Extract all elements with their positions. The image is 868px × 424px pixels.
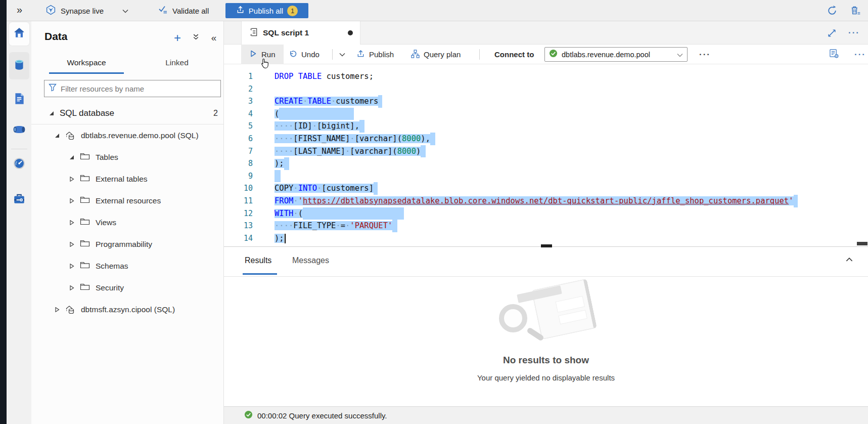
code-line-11[interactable]: 11FROM·'https://dbtlabsynapsedatalake.bl… [224,195,868,207]
connect-to-dropdown[interactable]: dbtlabs.revenue.demo.pool [544,47,688,62]
plus-icon: + [174,33,181,43]
toolbar-right-more-icon[interactable]: ··· [854,45,866,64]
double-chevron-down-icon [192,33,200,43]
synapse-studio-window: » Synapse live Validate all Publish all … [0,0,868,424]
validate-check-icon [158,5,168,17]
validate-all-button[interactable]: Validate all [158,0,209,21]
monitor-nav-button[interactable] [9,153,29,176]
refresh-icon[interactable] [827,5,838,16]
tree-item-dbtlabs-revenue-demo-pool-sql[interactable]: dbtlabs.revenue.demo.pool (SQL) [31,124,224,146]
integrate-nav-button[interactable] [9,119,29,142]
synapse-live-selector[interactable]: Synapse live [45,0,128,21]
line-number: 12 [224,207,253,220]
collapse-panel-button[interactable]: « [208,32,219,44]
panel-splitter-handle[interactable] [541,244,552,247]
code-line-4[interactable]: 4( [224,108,868,120]
run-options-chevron[interactable] [339,45,345,64]
code-line-6[interactable]: 6····[FIRST_NAME]·[varchar](8000), [224,133,868,145]
filter-resources-input[interactable] [61,84,216,93]
gauge-icon [13,157,26,172]
tree-item-sql-database[interactable]: SQL database2 [31,103,224,124]
editor-area: SQL script 1 ··· Run Undo [224,21,868,424]
discard-trash-icon[interactable] [850,5,861,16]
code-line-10[interactable]: 10COPY·INTO·[customers] [224,182,868,195]
database-icon [13,58,26,73]
collapsed-triangle-icon[interactable] [69,177,74,182]
undo-icon [289,50,297,60]
code-line-5[interactable]: 5····[ID]·[bigint], [224,120,868,133]
chevron-down-icon [339,53,345,57]
panel-title: Data [44,30,68,43]
tree-item-label: dbtlabs.revenue.demo.pool (SQL) [81,131,199,140]
code-line-14[interactable]: 14); [224,232,868,245]
expanded-triangle-icon[interactable] [69,155,74,160]
add-resource-button[interactable]: + [172,32,183,44]
expand-sidebar-icon[interactable]: » [17,4,22,16]
tab-results[interactable]: Results [245,256,271,265]
magnifier-lens-graphic [499,304,527,332]
empty-results-subtitle: Your query yielded no displayable result… [224,373,868,382]
code-line-3[interactable]: 3CREATE·TABLE·customers [224,95,868,108]
collapsed-triangle-icon[interactable] [55,307,60,312]
rail-divider [11,149,27,149]
tree-item-label: External resources [96,196,161,205]
activity-rail [7,0,31,424]
publish-all-button[interactable]: Publish all 1 [225,3,308,18]
tree-item-external-resources[interactable]: External resources [31,190,224,211]
data-panel: Data + « Workspace Linked SQL database2d… [31,21,224,424]
expanded-triangle-icon[interactable] [49,111,54,116]
collapsed-triangle-icon[interactable] [69,198,74,203]
folder-icon [80,218,90,228]
code-line-9[interactable]: 9 [224,170,868,183]
code-line-13[interactable]: 13····FILE_TYPE·=·'PARQUET' [224,220,868,232]
manage-nav-button[interactable] [9,188,29,211]
tab-workspace[interactable]: Workspace [49,53,124,73]
properties-button[interactable] [829,45,839,64]
filter-funnel-icon [49,83,57,94]
code-editor[interactable]: 1DROP TABLE customers;23CREATE·TABLE·cus… [224,64,868,246]
collapse-all-button[interactable] [190,32,201,44]
line-number: 9 [224,170,253,183]
tree-item-external-tables[interactable]: External tables [31,168,224,190]
undo-button[interactable]: Undo [289,45,319,64]
code-line-1[interactable]: 1DROP TABLE customers; [224,70,868,83]
query-plan-button[interactable]: Query plan [411,45,461,64]
expand-editor-icon[interactable] [828,29,836,37]
run-button[interactable]: Run [241,45,284,64]
tab-messages[interactable]: Messages [292,256,329,265]
toolbar-more-actions-icon[interactable]: ··· [699,45,711,64]
code-line-12[interactable]: 12WITH·( [224,207,868,220]
publish-button[interactable]: Publish [356,45,394,64]
tree-item-dbtmsft-azsyn-cipool-sql[interactable]: dbtmsft.azsyn.cipool (SQL) [31,299,224,320]
code-line-8[interactable]: 8); [224,157,868,170]
tree-item-schemas[interactable]: Schemas [31,255,224,277]
tree-item-programmability[interactable]: Programmability [31,233,224,255]
tree-item-tables[interactable]: Tables [31,146,224,168]
tree-item-views[interactable]: Views [31,211,224,233]
code-text: ····FILE_TYPE·=·'PARQUET' [275,220,397,232]
data-nav-button[interactable] [9,52,29,79]
code-line-7[interactable]: 7····[LAST_NAME]·[varchar](8000) [224,145,868,158]
flowchart-icon [411,50,420,60]
editor-scrollbar-thumb[interactable] [857,242,867,245]
collapse-results-chevron-icon[interactable] [845,255,854,264]
mode-label: Synapse live [61,7,104,15]
home-nav-button[interactable] [9,22,29,46]
code-line-2[interactable]: 2 [224,83,868,96]
line-number: 6 [224,133,253,145]
code-text [275,170,281,183]
connected-check-icon [549,49,558,60]
collapsed-triangle-icon[interactable] [69,220,74,225]
line-number: 2 [224,83,253,96]
collapsed-triangle-icon[interactable] [69,285,74,290]
collapsed-triangle-icon[interactable] [69,264,74,269]
expanded-triangle-icon[interactable] [55,133,60,138]
sql-script-tab[interactable]: SQL script 1 [241,21,360,45]
collapsed-triangle-icon[interactable] [69,242,74,247]
tab-linked[interactable]: Linked [144,53,210,73]
tree-item-security[interactable]: Security [31,277,224,299]
tab-more-actions-icon[interactable]: ··· [848,28,860,38]
develop-nav-button[interactable] [9,88,29,111]
line-number: 7 [224,145,253,158]
filter-resources-box [44,80,221,97]
